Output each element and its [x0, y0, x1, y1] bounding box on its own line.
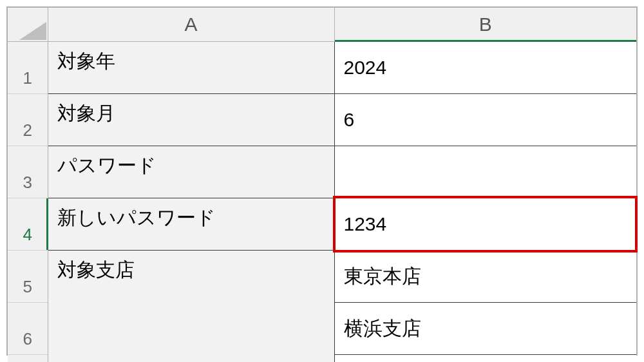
spreadsheet-view: A B 1 対象年 2024 2 対象月 6 3 パスワード 4 新しいパスワー… — [0, 0, 644, 362]
column-header-row: A B — [8, 8, 636, 42]
cell-A3[interactable]: パスワード — [48, 146, 334, 198]
select-all-triangle-icon — [19, 22, 46, 40]
column-header-B[interactable]: B — [334, 8, 636, 42]
cell-B3[interactable] — [334, 146, 636, 198]
cell-B2[interactable]: 6 — [334, 94, 636, 146]
cell-B5[interactable]: 東京本店 — [334, 251, 636, 303]
row-header-2[interactable]: 2 — [8, 94, 48, 146]
cell-A2[interactable]: 対象月 — [48, 94, 334, 146]
row-3: 3 パスワード — [8, 146, 636, 198]
column-header-A[interactable]: A — [48, 8, 334, 42]
row-header-4[interactable]: 4 — [8, 198, 48, 251]
cell-A5-merged[interactable]: 対象支店 — [48, 251, 334, 363]
cell-B4[interactable]: 1234 — [334, 198, 636, 251]
row-header-5[interactable]: 5 — [8, 251, 48, 303]
row-4: 4 新しいパスワード 1234 — [8, 198, 636, 251]
spreadsheet-table: A B 1 対象年 2024 2 対象月 6 3 パスワード 4 新しいパスワー… — [8, 8, 636, 362]
cell-B7[interactable]: 名古屋支店 — [334, 355, 636, 363]
row-header-7[interactable]: 7 — [8, 355, 48, 363]
row-1: 1 対象年 2024 — [8, 42, 636, 94]
spreadsheet-grid: A B 1 対象年 2024 2 対象月 6 3 パスワード 4 新しいパスワー… — [6, 6, 638, 356]
cell-A4[interactable]: 新しいパスワード — [48, 198, 334, 251]
row-2: 2 対象月 6 — [8, 94, 636, 146]
select-all-corner[interactable] — [8, 8, 48, 42]
cell-A1[interactable]: 対象年 — [48, 42, 334, 94]
row-header-1[interactable]: 1 — [8, 42, 48, 94]
cell-B6[interactable]: 横浜支店 — [334, 303, 636, 355]
row-5: 5 対象支店 東京本店 — [8, 251, 636, 303]
row-header-6[interactable]: 6 — [8, 303, 48, 355]
cell-B1[interactable]: 2024 — [334, 42, 636, 94]
row-header-3[interactable]: 3 — [8, 146, 48, 198]
